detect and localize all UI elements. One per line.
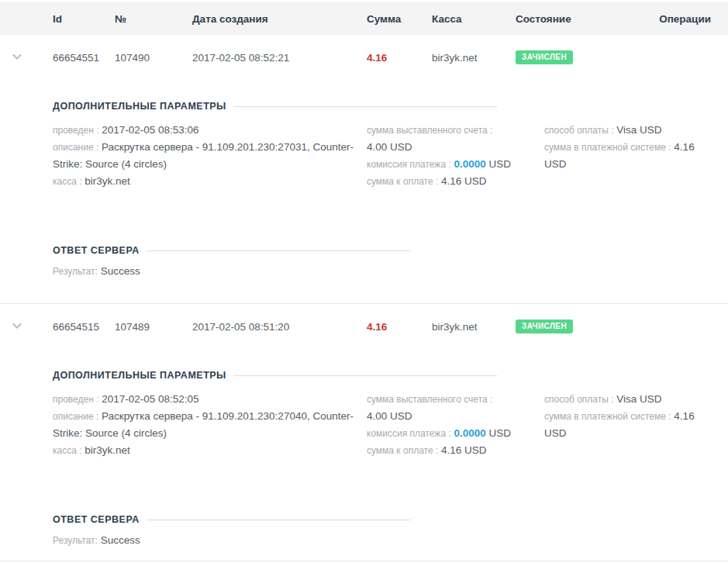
fee-currency: USD xyxy=(489,427,512,439)
detail-kassa: касса : bir3yk.net xyxy=(53,442,356,459)
section-title-text: ОТВЕТ СЕРВЕРА xyxy=(53,513,140,526)
chevron-down-icon[interactable] xyxy=(12,51,22,62)
detail-label: сумма выставленного счета : xyxy=(367,394,492,405)
server-response-title: ОТВЕТ СЕРВЕРА xyxy=(53,513,728,526)
detail-value: Раскрутка сервера - 91.109.201.230:27040… xyxy=(53,410,354,439)
divider xyxy=(147,250,410,251)
additional-params-title: ДОПОЛНИТЕЛЬНЫЕ ПАРАМЕТРЫ xyxy=(53,100,728,112)
detail-label: комиссия платежа : xyxy=(367,428,451,439)
section-title-text: ДОПОЛНИТЕЛЬНЫЕ ПАРАМЕТРЫ xyxy=(53,100,226,112)
payment-row-main: 66654515 107489 2017-02-05 08:51:20 4.16… xyxy=(0,304,728,349)
cell-id: 66654551 xyxy=(53,52,115,64)
detail-payable: сумма к оплате : 4.16 USD xyxy=(367,173,516,190)
detail-value: 4.16 USD xyxy=(441,444,487,456)
divider xyxy=(233,106,497,107)
detail-payable: сумма к оплате : 4.16 USD xyxy=(367,442,516,459)
detail-kassa: касса : bir3yk.net xyxy=(53,173,356,190)
cell-status: ЗАЧИСЛЕН xyxy=(516,50,655,64)
detail-label: комиссия платежа : xyxy=(367,159,451,170)
detail-value: 4.00 USD xyxy=(367,141,412,153)
details-col-left: проведен : 2017-02-05 08:52:05 описание … xyxy=(53,391,367,459)
details-col-middle: сумма выставленного счета : 4.00 USD ком… xyxy=(367,122,544,190)
section-title-text: ДОПОЛНИТЕЛЬНЫЕ ПАРАМЕТРЫ xyxy=(53,369,226,382)
detail-fee: комиссия платежа : 0.0000 USD xyxy=(367,156,516,173)
section-title-text: ОТВЕТ СЕРВЕРА xyxy=(53,244,140,257)
divider xyxy=(147,520,410,520)
detail-value: bir3yk.net xyxy=(85,444,130,456)
divider xyxy=(233,375,497,376)
fee-amount: 0.0000 xyxy=(454,158,486,170)
detail-label: касса : xyxy=(53,176,82,187)
detail-label: описание : xyxy=(53,142,98,153)
detail-method: способ оплаты : Visa USD xyxy=(544,391,715,408)
header-created: Дата создания xyxy=(192,13,367,25)
fee-currency: USD xyxy=(489,158,512,170)
status-badge: ЗАЧИСЛЕН xyxy=(516,50,573,64)
detail-value: Visa USD xyxy=(616,124,661,136)
payment-row: 66654551 107490 2017-02-05 08:52:21 4.16… xyxy=(0,35,728,303)
payments-table-page: Id № Дата создания Сумма Касса Состояние… xyxy=(0,0,728,563)
detail-label: проведен : xyxy=(53,125,98,136)
detail-system-sum: сумма в платежной системе : 4.16 USD xyxy=(544,139,715,173)
details-col-right: способ оплаты : Visa USD сумма в платежн… xyxy=(544,122,726,173)
detail-label: способ оплаты : xyxy=(544,125,614,136)
details-grid: проведен : 2017-02-05 08:53:06 описание … xyxy=(53,122,728,190)
detail-processed: проведен : 2017-02-05 08:52:05 xyxy=(53,391,356,408)
detail-label: сумма к оплате : xyxy=(367,445,438,456)
details-col-left: проведен : 2017-02-05 08:53:06 описание … xyxy=(53,122,367,190)
server-response-section: ОТВЕТ СЕРВЕРА Результат: Success xyxy=(53,244,728,280)
toggle-cell xyxy=(0,51,53,64)
server-response-section: ОТВЕТ СЕРВЕРА Результат: Success xyxy=(53,513,728,549)
detail-value: Раскрутка сервера - 91.109.201.230:27031… xyxy=(53,141,354,170)
detail-label: сумма выставленного счета : xyxy=(367,125,492,136)
detail-value: bir3yk.net xyxy=(85,175,130,187)
detail-label: сумма в платежной системе : xyxy=(544,142,671,153)
detail-value: 4.16 USD xyxy=(441,175,487,187)
detail-invoice-sum: сумма выставленного счета : 4.00 USD xyxy=(367,122,516,156)
details-col-right: способ оплаты : Visa USD сумма в платежн… xyxy=(544,391,726,442)
row-details: ДОПОЛНИТЕЛЬНЫЕ ПАРАМЕТРЫ проведен : 2017… xyxy=(53,100,728,303)
server-result: Результат: Success xyxy=(53,532,728,549)
result-value: Success xyxy=(101,534,140,546)
detail-value: Visa USD xyxy=(616,393,661,405)
detail-value: 2017-02-05 08:52:05 xyxy=(102,393,198,405)
additional-params-title: ДОПОЛНИТЕЛЬНЫЕ ПАРАМЕТРЫ xyxy=(53,369,728,382)
payment-row: 66654515 107489 2017-02-05 08:51:20 4.16… xyxy=(0,303,728,563)
detail-processed: проведен : 2017-02-05 08:53:06 xyxy=(53,122,356,139)
cell-created: 2017-02-05 08:52:21 xyxy=(192,52,367,64)
detail-method: способ оплаты : Visa USD xyxy=(544,122,715,139)
header-sum: Сумма xyxy=(367,13,432,25)
server-result: Результат: Success xyxy=(53,263,728,280)
details-col-middle: сумма выставленного счета : 4.00 USD ком… xyxy=(367,391,544,459)
header-id: Id xyxy=(53,13,115,25)
detail-label: сумма в платежной системе : xyxy=(544,411,671,422)
detail-system-sum: сумма в платежной системе : 4.16 USD xyxy=(544,408,715,442)
cell-num: 107489 xyxy=(115,321,192,333)
details-grid: проведен : 2017-02-05 08:52:05 описание … xyxy=(53,391,728,459)
cell-sum: 4.16 xyxy=(367,321,432,333)
detail-value: 4.00 USD xyxy=(367,410,412,422)
detail-description: описание : Раскрутка сервера - 91.109.20… xyxy=(53,139,356,173)
cell-created: 2017-02-05 08:51:20 xyxy=(192,321,367,333)
detail-label: сумма к оплате : xyxy=(367,176,438,187)
result-label: Результат: xyxy=(53,535,98,546)
detail-invoice-sum: сумма выставленного счета : 4.00 USD xyxy=(367,391,516,425)
header-kassa: Касса xyxy=(432,13,516,25)
status-badge: ЗАЧИСЛЕН xyxy=(516,319,573,333)
detail-label: описание : xyxy=(53,411,98,422)
cell-status: ЗАЧИСЛЕН xyxy=(516,319,655,333)
fee-amount: 0.0000 xyxy=(454,427,486,439)
detail-label: способ оплаты : xyxy=(544,394,614,405)
chevron-down-icon[interactable] xyxy=(12,320,22,331)
toggle-cell xyxy=(0,320,53,333)
table-header-row: Id № Дата создания Сумма Касса Состояние… xyxy=(0,2,728,35)
row-details: ДОПОЛНИТЕЛЬНЫЕ ПАРАМЕТРЫ проведен : 2017… xyxy=(53,369,728,563)
header-num: № xyxy=(115,13,192,25)
header-status: Состояние xyxy=(516,13,655,25)
payment-row-main: 66654551 107490 2017-02-05 08:52:21 4.16… xyxy=(0,35,728,80)
header-operations: Операции xyxy=(655,13,728,25)
detail-label: проведен : xyxy=(53,394,98,405)
cell-id: 66654515 xyxy=(53,321,115,333)
detail-description: описание : Раскрутка сервера - 91.109.20… xyxy=(53,408,356,442)
detail-label: касса : xyxy=(53,445,82,456)
